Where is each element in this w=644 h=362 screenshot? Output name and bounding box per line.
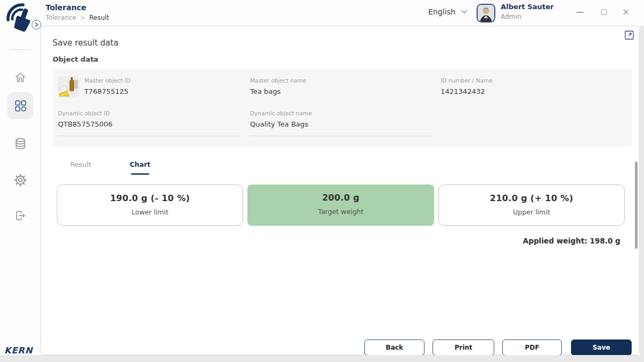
expand-fullscreen-button[interactable] [625,31,634,40]
chevron-right-icon [34,22,39,27]
product-photo-icon [58,76,79,98]
upper-limit-card: 210.0 g (+ 10 %) Upper limit [438,184,625,226]
field-value: Tea bags [250,87,306,95]
app-window: Tolerance Tolerance>Result English Alber… [0,0,644,362]
field-label: ID number / Name [441,77,493,84]
window-bottom-margin [0,355,644,362]
lower-limit-value: 190.0 g (- 10 %) [57,193,243,203]
sidebar-item-database[interactable] [8,132,33,156]
pdf-button[interactable]: PDF [502,339,562,356]
lower-limit-card: 190.0 g (- 10 %) Lower limit [57,184,243,226]
tab-chart[interactable]: Chart [130,160,151,175]
sidebar-item-logout[interactable] [8,204,33,227]
language-label: English [428,8,456,16]
object-thumbnail[interactable] [58,76,79,98]
field-master-object-id: Master object ID T768755125 [84,77,130,95]
content-panel: Save result data Object data Master obje… [40,26,640,355]
section-heading: Object data [53,55,98,63]
field-value: 1421342432 [441,87,493,95]
upper-limit-value: 210.0 g (+ 10 %) [439,193,624,203]
target-weight-value: 200.0 g [247,193,434,203]
save-button[interactable]: Save [571,339,632,356]
target-weight-card: 200.0 g Target weight [247,184,434,226]
expand-icon [625,31,634,40]
field-value: Quality Tea Bags [250,120,433,128]
minimize-button[interactable] [576,12,583,13]
maximize-button[interactable] [601,9,607,15]
sidebar-expand-button[interactable] [32,20,41,29]
apps-grid-icon [14,99,27,113]
object-data-panel: Master object ID T768755125 Master objec… [53,69,632,146]
sidebar-divider [10,49,31,50]
avatar[interactable] [477,4,495,23]
tab-result[interactable]: Result [70,160,91,175]
field-label: Master object name [250,77,306,84]
breadcrumb-parent[interactable]: Tolerance [46,14,76,21]
language-selector[interactable]: English [428,8,467,16]
breadcrumb-separator-icon: > [80,14,85,21]
field-label: Dynamic object name [250,110,433,116]
sidebar-item-home[interactable] [8,65,33,89]
sidebar-item-settings[interactable] [8,168,33,192]
lower-limit-label: Lower limit [57,208,243,216]
field-label: Master object ID [84,77,130,84]
page-title: Tolerance [46,3,86,12]
page-heading: Save result data [53,38,119,48]
sidebar-item-apps[interactable] [8,92,33,119]
close-button[interactable]: × [622,6,630,18]
breadcrumb-current: Result [89,14,109,21]
gear-icon [13,173,27,187]
database-icon [14,137,27,150]
back-button[interactable]: Back [364,339,425,356]
avatar-photo-icon [478,5,494,21]
window-right-margin [640,26,644,355]
field-master-object-name: Master object name Tea bags [250,77,306,95]
user-name: Albert Sauter [501,3,554,11]
user-role: Admin [501,13,521,20]
field-value: QTB857575006 [58,120,240,128]
field-label: Dynamic object ID [58,110,240,116]
field-id-number-name: ID number / Name 1421342432 [441,77,493,95]
print-button[interactable]: Print [433,339,494,356]
field-dynamic-object-name[interactable]: Dynamic object name Quality Tea Bags [250,110,433,136]
breadcrumb: Tolerance>Result [46,14,109,21]
target-weight-label: Target weight [247,208,434,216]
field-value: T768755125 [84,87,130,95]
applied-weight-text: Applied weight: 198.0 g [523,237,620,245]
chevron-down-icon [461,10,467,14]
result-chart-tabs: Result Chart [70,160,150,175]
logout-icon [14,209,27,222]
home-icon [14,71,27,84]
vertical-scrollbar[interactable] [635,161,638,249]
upper-limit-label: Upper limit [439,208,624,216]
field-dynamic-object-id[interactable]: Dynamic object ID QTB857575006 [58,110,240,136]
app-logo-touch-icon [4,2,35,35]
